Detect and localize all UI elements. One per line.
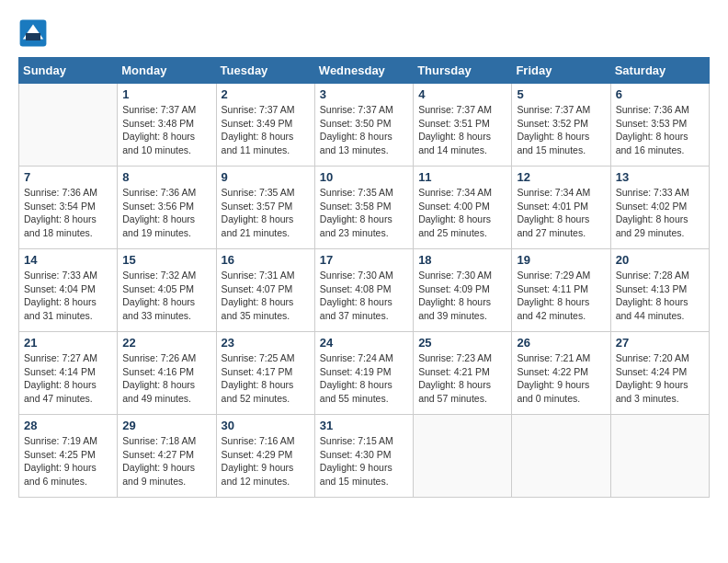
calendar-cell: 21Sunrise: 7:27 AMSunset: 4:14 PMDayligh… [19, 332, 118, 415]
calendar-cell: 3Sunrise: 7:37 AMSunset: 3:50 PMDaylight… [314, 84, 413, 167]
day-number: 14 [24, 253, 112, 267]
logo-icon [18, 18, 48, 48]
calendar-cell: 4Sunrise: 7:37 AMSunset: 3:51 PMDaylight… [414, 84, 512, 167]
calendar-cell: 16Sunrise: 7:31 AMSunset: 4:07 PMDayligh… [216, 249, 314, 332]
day-number: 30 [222, 419, 310, 432]
weekday-header: Tuesday [216, 58, 314, 84]
calendar-cell: 14Sunrise: 7:33 AMSunset: 4:04 PMDayligh… [19, 249, 118, 332]
day-info: Sunrise: 7:30 AMSunset: 4:08 PMDaylight:… [320, 269, 408, 323]
day-number: 19 [517, 253, 605, 267]
day-info: Sunrise: 7:34 AMSunset: 4:01 PMDaylight:… [517, 186, 605, 240]
day-number: 22 [122, 336, 210, 350]
day-number: 6 [616, 87, 704, 101]
calendar-cell [414, 415, 512, 498]
day-info: Sunrise: 7:25 AMSunset: 4:17 PMDaylight:… [222, 351, 310, 406]
day-number: 12 [517, 170, 605, 184]
calendar-cell: 27Sunrise: 7:20 AMSunset: 4:24 PMDayligh… [610, 332, 709, 415]
day-info: Sunrise: 7:37 AMSunset: 3:48 PMDaylight:… [122, 103, 210, 157]
day-info: Sunrise: 7:33 AMSunset: 4:04 PMDaylight:… [24, 269, 112, 323]
day-info: Sunrise: 7:24 AMSunset: 4:19 PMDaylight:… [320, 351, 408, 406]
day-info: Sunrise: 7:35 AMSunset: 3:57 PMDaylight:… [222, 186, 310, 240]
calendar-cell: 17Sunrise: 7:30 AMSunset: 4:08 PMDayligh… [314, 249, 413, 332]
day-number: 18 [418, 253, 506, 267]
weekday-header: Wednesday [314, 58, 413, 84]
calendar-cell: 7Sunrise: 7:36 AMSunset: 3:54 PMDaylight… [19, 167, 118, 249]
svg-rect-2 [26, 33, 40, 40]
day-number: 31 [320, 419, 408, 432]
day-number: 28 [24, 419, 112, 432]
weekday-header: Monday [118, 58, 216, 84]
day-info: Sunrise: 7:31 AMSunset: 4:07 PMDaylight:… [222, 269, 310, 323]
day-number: 2 [222, 87, 310, 101]
calendar-cell: 12Sunrise: 7:34 AMSunset: 4:01 PMDayligh… [512, 167, 610, 249]
page-header [18, 18, 710, 48]
calendar-cell: 13Sunrise: 7:33 AMSunset: 4:02 PMDayligh… [610, 167, 709, 249]
day-number: 24 [320, 336, 408, 350]
day-info: Sunrise: 7:33 AMSunset: 4:02 PMDaylight:… [616, 186, 704, 240]
day-info: Sunrise: 7:21 AMSunset: 4:22 PMDaylight:… [517, 351, 605, 406]
calendar-cell: 23Sunrise: 7:25 AMSunset: 4:17 PMDayligh… [216, 332, 314, 415]
day-number: 20 [616, 253, 704, 267]
calendar-cell: 24Sunrise: 7:24 AMSunset: 4:19 PMDayligh… [314, 332, 413, 415]
calendar-week-row: 21Sunrise: 7:27 AMSunset: 4:14 PMDayligh… [19, 332, 710, 415]
calendar-cell: 25Sunrise: 7:23 AMSunset: 4:21 PMDayligh… [414, 332, 512, 415]
day-number: 8 [122, 170, 210, 184]
day-info: Sunrise: 7:23 AMSunset: 4:21 PMDaylight:… [418, 351, 506, 406]
calendar-cell: 30Sunrise: 7:16 AMSunset: 4:29 PMDayligh… [216, 415, 314, 498]
day-info: Sunrise: 7:37 AMSunset: 3:52 PMDaylight:… [517, 103, 605, 157]
day-number: 23 [222, 336, 310, 350]
calendar-cell [512, 415, 610, 498]
calendar-week-row: 14Sunrise: 7:33 AMSunset: 4:04 PMDayligh… [19, 249, 710, 332]
calendar-cell: 6Sunrise: 7:36 AMSunset: 3:53 PMDaylight… [610, 84, 709, 167]
day-number: 29 [122, 419, 210, 432]
calendar-cell: 10Sunrise: 7:35 AMSunset: 3:58 PMDayligh… [314, 167, 413, 249]
day-info: Sunrise: 7:20 AMSunset: 4:24 PMDaylight:… [616, 351, 704, 406]
day-number: 7 [24, 170, 112, 184]
calendar-cell: 2Sunrise: 7:37 AMSunset: 3:49 PMDaylight… [216, 84, 314, 167]
day-number: 15 [122, 253, 210, 267]
day-number: 16 [222, 253, 310, 267]
calendar-cell: 9Sunrise: 7:35 AMSunset: 3:57 PMDaylight… [216, 167, 314, 249]
calendar-table: SundayMondayTuesdayWednesdayThursdayFrid… [18, 57, 710, 498]
calendar-header-row: SundayMondayTuesdayWednesdayThursdayFrid… [19, 58, 710, 84]
calendar-cell: 5Sunrise: 7:37 AMSunset: 3:52 PMDaylight… [512, 84, 610, 167]
day-info: Sunrise: 7:34 AMSunset: 4:00 PMDaylight:… [418, 186, 506, 240]
calendar-cell: 22Sunrise: 7:26 AMSunset: 4:16 PMDayligh… [118, 332, 216, 415]
calendar-cell: 18Sunrise: 7:30 AMSunset: 4:09 PMDayligh… [414, 249, 512, 332]
day-info: Sunrise: 7:36 AMSunset: 3:54 PMDaylight:… [24, 186, 112, 240]
calendar-cell: 8Sunrise: 7:36 AMSunset: 3:56 PMDaylight… [118, 167, 216, 249]
day-info: Sunrise: 7:26 AMSunset: 4:16 PMDaylight:… [122, 351, 210, 406]
calendar-cell: 1Sunrise: 7:37 AMSunset: 3:48 PMDaylight… [118, 84, 216, 167]
weekday-header: Friday [512, 58, 610, 84]
day-info: Sunrise: 7:35 AMSunset: 3:58 PMDaylight:… [320, 186, 408, 240]
calendar-cell: 29Sunrise: 7:18 AMSunset: 4:27 PMDayligh… [118, 415, 216, 498]
day-number: 5 [517, 87, 605, 101]
calendar-cell: 11Sunrise: 7:34 AMSunset: 4:00 PMDayligh… [414, 167, 512, 249]
day-info: Sunrise: 7:19 AMSunset: 4:25 PMDaylight:… [24, 434, 112, 488]
weekday-header: Sunday [19, 58, 118, 84]
calendar-cell: 15Sunrise: 7:32 AMSunset: 4:05 PMDayligh… [118, 249, 216, 332]
day-number: 13 [616, 170, 704, 184]
day-number: 11 [418, 170, 506, 184]
day-info: Sunrise: 7:29 AMSunset: 4:11 PMDaylight:… [517, 269, 605, 323]
calendar-cell: 31Sunrise: 7:15 AMSunset: 4:30 PMDayligh… [314, 415, 413, 498]
calendar-cell: 20Sunrise: 7:28 AMSunset: 4:13 PMDayligh… [610, 249, 709, 332]
day-number: 25 [418, 336, 506, 350]
calendar-cell [610, 415, 709, 498]
calendar-week-row: 1Sunrise: 7:37 AMSunset: 3:48 PMDaylight… [19, 84, 710, 167]
day-number: 9 [222, 170, 310, 184]
day-info: Sunrise: 7:16 AMSunset: 4:29 PMDaylight:… [222, 434, 310, 488]
day-info: Sunrise: 7:37 AMSunset: 3:51 PMDaylight:… [418, 103, 506, 157]
day-info: Sunrise: 7:36 AMSunset: 3:53 PMDaylight:… [616, 103, 704, 157]
day-number: 10 [320, 170, 408, 184]
calendar-week-row: 28Sunrise: 7:19 AMSunset: 4:25 PMDayligh… [19, 415, 710, 498]
calendar-week-row: 7Sunrise: 7:36 AMSunset: 3:54 PMDaylight… [19, 167, 710, 249]
calendar-cell [19, 84, 118, 167]
day-info: Sunrise: 7:18 AMSunset: 4:27 PMDaylight:… [122, 434, 210, 488]
day-number: 4 [418, 87, 506, 101]
day-info: Sunrise: 7:15 AMSunset: 4:30 PMDaylight:… [320, 434, 408, 488]
calendar-cell: 26Sunrise: 7:21 AMSunset: 4:22 PMDayligh… [512, 332, 610, 415]
day-info: Sunrise: 7:28 AMSunset: 4:13 PMDaylight:… [616, 269, 704, 323]
weekday-header: Saturday [610, 58, 709, 84]
day-info: Sunrise: 7:37 AMSunset: 3:50 PMDaylight:… [320, 103, 408, 157]
